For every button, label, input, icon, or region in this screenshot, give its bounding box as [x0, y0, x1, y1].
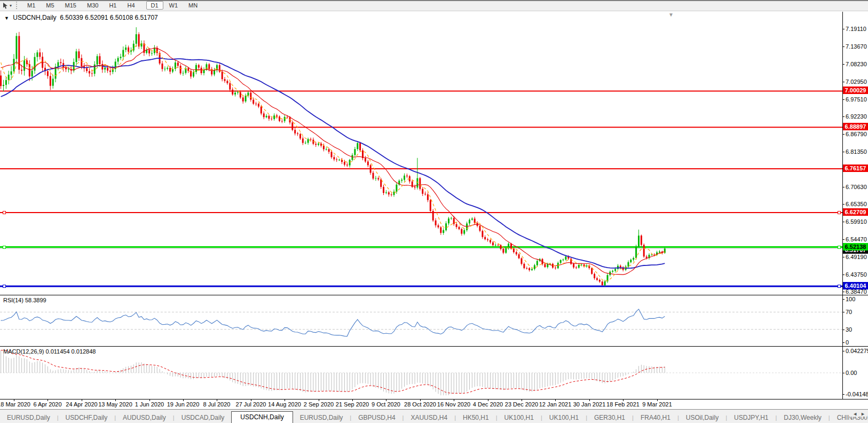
macd-indicator-pane[interactable]	[0, 347, 842, 399]
hline-drag-handle[interactable]	[838, 285, 841, 288]
ma-slow-line	[1, 58, 665, 268]
macd-axis-tick	[842, 394, 845, 395]
rsi-axis-label: 30	[846, 326, 868, 333]
chart-title-caret[interactable]: ▼	[4, 15, 9, 21]
timeframe-button-H1[interactable]: H1	[104, 1, 121, 10]
price-axis-tick	[842, 64, 845, 65]
price-axis-label: 6.70630	[846, 184, 868, 190]
rsi-axis-label: 70	[846, 309, 868, 315]
timeframe-button-M15[interactable]: M15	[60, 1, 81, 10]
chart-tab-bar: EURUSD,Daily|USDCHF,Daily|AUDUSD,Daily|U…	[0, 409, 868, 423]
timeframe-button-H4[interactable]: H4	[122, 1, 139, 10]
macd-axis-label: 0.042275	[846, 348, 868, 354]
timeframe-button-M1[interactable]: M1	[22, 1, 40, 10]
macd-axis-label: 0.00	[846, 370, 868, 376]
tab-EURUSD-Daily-0[interactable]: EURUSD,Daily	[0, 412, 57, 423]
macd-axis-tick	[842, 351, 845, 351]
tab-AUDUSD-Daily-2[interactable]: AUDUSD,Daily	[116, 412, 173, 423]
tab-EURUSD-Daily-5[interactable]: EURUSD,Daily	[293, 412, 350, 423]
hline-price-tag-6.40104: 6.40104	[843, 282, 868, 289]
hline-price-tag-6.88897: 6.88897	[843, 123, 868, 130]
tab-GBPUSD-H4-6[interactable]: GBPUSD,H4	[351, 412, 402, 423]
scroll-to-end-marker[interactable]: ▼	[668, 12, 674, 18]
hline-drag-handle[interactable]	[3, 246, 6, 249]
time-axis-border	[0, 399, 868, 400]
rsi-axis-tick	[842, 330, 845, 330]
timeframe-button-MN[interactable]: MN	[184, 1, 202, 10]
tab-scroll-arrows: ◄►	[849, 411, 867, 417]
tab-scroll-left-icon[interactable]: ◄	[851, 411, 859, 417]
hline-drag-handle[interactable]	[3, 211, 6, 214]
tab-USDCAD-Daily-3[interactable]: USDCAD,Daily	[175, 412, 232, 423]
rsi-axis-tick	[842, 299, 845, 300]
macd-axis-label: -0.04148	[846, 391, 868, 397]
tab-USDCNH-Daily-4[interactable]: USDCNH,Daily	[231, 411, 293, 423]
timeframe-button-M5[interactable]: M5	[41, 1, 59, 10]
pane-separator[interactable]	[0, 295, 868, 295]
rsi-axis-tick	[842, 312, 845, 312]
cursor-dropdown-caret[interactable]: ▾	[10, 3, 12, 8]
tab-scroll-right-icon[interactable]: ►	[859, 411, 867, 417]
tab-GER30-H1-11[interactable]: GER30,H1	[587, 412, 632, 423]
price-axis-tick	[842, 204, 845, 205]
price-axis-label: 6.86790	[846, 131, 868, 137]
tab-USOil-Daily-13[interactable]: USOil,Daily	[679, 412, 725, 423]
chart-ohlc-values: 6.50339 6.52091 6.50108 6.51707	[60, 14, 158, 21]
price-axis-tick	[842, 134, 845, 135]
price-axis-tick	[842, 46, 845, 47]
tab-FRA40-H1-12[interactable]: FRA40,H1	[634, 412, 677, 423]
price-axis-label: 6.92230	[846, 113, 868, 120]
toolbar-grip[interactable]	[16, 2, 20, 9]
chart-symbol-period: USDCNH,Daily	[13, 14, 56, 21]
price-axis-tick	[842, 222, 845, 222]
chart-window-border	[0, 0, 868, 1]
rsi-label: RSI(14) 58.3899	[3, 297, 46, 303]
tab-USDCHF-Daily-1[interactable]: USDCHF,Daily	[59, 412, 115, 423]
price-axis-label: 6.43750	[846, 271, 868, 278]
hline-drag-handle[interactable]	[838, 246, 841, 249]
hline-price-tag-7.00029: 7.00029	[843, 87, 868, 94]
tab-HK50-H1-8[interactable]: HK50,H1	[456, 412, 496, 423]
chart-title: ▼ USDCNH,Daily 6.50339 6.52091 6.50108 6…	[4, 14, 158, 21]
timeframe-button-W1[interactable]: W1	[164, 1, 183, 10]
price-axis-tick	[842, 187, 845, 187]
timeframe-toolbar: ▾ M1M5M15M30H1H4D1W1MN	[0, 0, 868, 11]
price-axis-label: 6.65350	[846, 201, 868, 207]
trading-app-window: ▾ M1M5M15M30H1H4D1W1MN ▼ USDCNH,Daily 6.…	[0, 0, 868, 423]
macd-axis-tick	[842, 373, 845, 373]
price-axis-label: 7.13670	[846, 43, 868, 50]
price-axis-tick	[842, 116, 845, 117]
tab-UK100-H1-9[interactable]: UK100,H1	[498, 412, 541, 423]
crosshair-cursor-icon[interactable]: ▾	[0, 1, 14, 10]
hline-price-tag-6.76157: 6.76157	[843, 164, 868, 172]
hline-price-tag-6.62709: 6.62709	[843, 208, 868, 216]
rsi-line	[1, 309, 665, 336]
tab-USDJPY-H1-14[interactable]: USDJPY,H1	[727, 412, 775, 423]
hline-drag-handle[interactable]	[838, 211, 841, 214]
price-axis-border	[842, 12, 843, 399]
price-axis-label: 6.59910	[846, 218, 868, 225]
price-chart-pane[interactable]	[0, 12, 842, 295]
rsi-axis-label: 100	[846, 296, 868, 302]
price-axis-tick	[842, 275, 845, 275]
rsi-indicator-pane[interactable]	[0, 295, 842, 346]
timeframe-button-D1[interactable]: D1	[146, 1, 163, 10]
tab-XAUUSD-H4-7[interactable]: XAUUSD,H4	[404, 412, 454, 423]
price-axis-tick	[842, 29, 845, 29]
tab-DJ30-Weekly-15[interactable]: DJ30,Weekly	[777, 412, 828, 423]
price-axis-label: 6.49190	[846, 254, 868, 260]
hline-drag-handle[interactable]	[3, 285, 6, 288]
price-axis-tick	[842, 152, 845, 152]
ma-mid-line	[1, 48, 665, 275]
pane-separator[interactable]	[0, 346, 868, 347]
tab-UK100-H1-10[interactable]: UK100,H1	[542, 412, 586, 423]
price-axis-tick	[842, 257, 845, 257]
macd-label: MACD(12,26,9) 0.011454 0.012848	[3, 348, 96, 355]
ma-fast-line	[1, 44, 665, 281]
timeframe-button-M30[interactable]: M30	[82, 1, 103, 10]
timeframe-buttons: M1M5M15M30H1H4D1W1MN	[22, 2, 203, 9]
rsi-axis-label: 0	[846, 339, 868, 346]
price-axis-label: 6.97510	[846, 96, 868, 103]
rsi-axis-tick	[842, 342, 845, 343]
hline-price-tag-6.52138: 6.52138	[843, 243, 868, 250]
